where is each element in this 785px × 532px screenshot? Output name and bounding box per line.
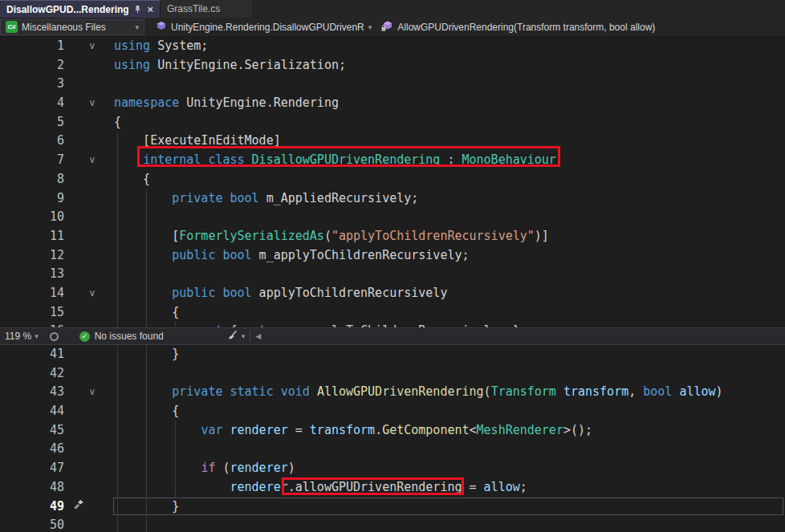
code-text: { (114, 170, 785, 189)
line-number: 43 (0, 383, 71, 402)
code-line-42[interactable]: 42 (0, 364, 785, 384)
fold-chevron-icon[interactable]: ∨ (71, 151, 114, 170)
line-number: 42 (0, 364, 71, 384)
line-number: 13 (0, 265, 71, 284)
tab-disallowgpu-file[interactable]: DisallowGPUD...Rendering.cs × (0, 0, 161, 18)
code-text: get { return m_applyToChildrenRecursivel… (114, 322, 785, 327)
code-line-8[interactable]: 8 { (0, 170, 785, 189)
fold-gutter (71, 322, 114, 327)
line-number: 15 (0, 303, 71, 323)
line-number: 2 (0, 56, 71, 75)
code-line-9[interactable]: 9 private bool m_AppliedRecursively; (0, 189, 785, 209)
line-number: 46 (0, 440, 71, 459)
project-selector[interactable]: C# Miscellaneous Files ▾ (0, 19, 144, 35)
code-line-47[interactable]: 47 if (renderer) (0, 459, 785, 478)
code-line-41[interactable]: 41 } (0, 345, 785, 364)
code-cleanup-broom-icon (226, 329, 238, 343)
code-line-48[interactable]: 48 renderer.allowGPUDrivenRendering = al… (0, 478, 785, 497)
check-circle-icon: ✓ (79, 331, 90, 342)
line-number: 45 (0, 421, 71, 441)
line-number: 47 (0, 459, 71, 478)
fold-gutter (71, 189, 114, 209)
editor-status-strip: 119 % ▾ ✓ No issues found ▾ ◀ (0, 327, 785, 345)
code-line-13[interactable]: 13 (0, 265, 785, 284)
fold-gutter (71, 478, 114, 497)
code-text: using UnityEngine.Serialization; (114, 56, 785, 75)
fold-chevron-icon[interactable]: ∨ (71, 383, 114, 402)
line-number: 44 (0, 402, 71, 421)
close-icon[interactable]: × (147, 4, 153, 14)
chevron-down-icon: ▾ (368, 23, 372, 31)
class-icon (156, 20, 167, 34)
code-text: [FormerlySerializedAs("applyToChildrenRe… (114, 227, 785, 246)
fold-gutter (71, 56, 114, 75)
line-number: 6 (0, 132, 71, 151)
pin-icon[interactable] (133, 5, 142, 14)
code-text: { (114, 402, 785, 421)
indicator-icon[interactable] (50, 332, 59, 341)
chevron-down-icon: ▾ (35, 332, 39, 340)
code-text (114, 208, 785, 227)
code-editor-bottom[interactable]: 41 }4243∨ private static void AllowGPUDr… (0, 345, 785, 532)
code-line-12[interactable]: 12 public bool m_applyToChildrenRecursiv… (0, 246, 785, 266)
code-line-2[interactable]: 2using UnityEngine.Serialization; (0, 56, 785, 75)
line-number: 3 (0, 75, 71, 94)
code-text: renderer.allowGPUDrivenRendering = allow… (114, 478, 785, 497)
code-text (114, 364, 785, 384)
code-line-16[interactable]: 16 get { return m_applyToChildrenRecursi… (0, 322, 785, 327)
code-text: { (114, 303, 785, 323)
code-line-45[interactable]: 45 var renderer = transform.GetComponent… (0, 421, 785, 441)
code-cleanup-button[interactable]: ▾ (226, 329, 246, 343)
fold-chevron-icon[interactable]: ∨ (71, 284, 114, 303)
code-text (114, 265, 785, 284)
line-number: 1 (0, 37, 71, 56)
fold-gutter (71, 421, 114, 441)
separator (250, 331, 250, 342)
fold-gutter (71, 516, 114, 532)
code-editor-top[interactable]: 1∨using System;2using UnityEngine.Serial… (0, 37, 785, 327)
tab-grasstile-file[interactable]: GrassTile.cs (161, 0, 254, 18)
code-line-11[interactable]: 11 [FormerlySerializedAs("applyToChildre… (0, 227, 785, 246)
line-number: 49 (0, 497, 71, 517)
code-text: public bool applyToChildrenRecursively (114, 284, 785, 303)
code-text: internal class DisallowGPUDrivenRenderin… (114, 151, 785, 170)
fold-gutter (71, 459, 114, 478)
zoom-selector[interactable]: 119 % ▾ (5, 331, 39, 342)
chevron-down-icon: ▾ (242, 332, 246, 340)
member-selector[interactable]: AllowGPUDrivenRendering(Transform transf… (376, 19, 660, 35)
code-line-10[interactable]: 10 (0, 208, 785, 227)
type-selector[interactable]: UnityEngine.Rendering.DisallowGPUDrivenR… (151, 19, 376, 35)
code-line-4[interactable]: 4∨namespace UnityEngine.Rendering (0, 94, 785, 113)
code-line-15[interactable]: 15 { (0, 303, 785, 323)
fold-chevron-icon[interactable]: ∨ (71, 37, 114, 56)
fold-gutter (71, 364, 114, 384)
fold-chevron-icon[interactable]: ∨ (71, 94, 114, 113)
code-text (114, 75, 785, 94)
code-line-3[interactable]: 3 (0, 75, 785, 94)
project-selector-label: Miscellaneous Files (22, 22, 106, 33)
code-line-7[interactable]: 7∨ internal class DisallowGPUDrivenRende… (0, 151, 785, 170)
code-line-44[interactable]: 44 { (0, 402, 785, 421)
scroll-left-arrow-icon[interactable]: ◀ (255, 332, 261, 340)
chevron-down-icon: ▾ (135, 23, 139, 31)
code-line-5[interactable]: 5{ (0, 113, 785, 132)
code-text: if (renderer) (114, 459, 785, 478)
code-text: { (114, 113, 785, 132)
horizontal-scrollbar-track[interactable] (261, 328, 785, 344)
tab-label: GrassTile.cs (167, 3, 246, 14)
document-health-indicator[interactable]: ✓ No issues found (79, 331, 164, 342)
fold-gutter (71, 170, 114, 189)
code-text: using System; (114, 37, 785, 56)
fold-gutter (71, 440, 114, 459)
quick-actions-screwdriver-icon[interactable] (72, 498, 85, 511)
code-text: private static void AllowGPUDrivenRender… (114, 383, 785, 402)
code-line-14[interactable]: 14∨ public bool applyToChildrenRecursive… (0, 284, 785, 303)
code-line-6[interactable]: 6 [ExecuteInEditMode] (0, 132, 785, 151)
code-line-50[interactable]: 50 (0, 516, 785, 532)
code-text: } (114, 497, 785, 517)
code-line-49[interactable]: 49 } (0, 497, 785, 517)
code-line-46[interactable]: 46 (0, 440, 785, 459)
private-method-icon (381, 20, 393, 34)
code-line-43[interactable]: 43∨ private static void AllowGPUDrivenRe… (0, 383, 785, 402)
code-line-1[interactable]: 1∨using System; (0, 37, 785, 56)
